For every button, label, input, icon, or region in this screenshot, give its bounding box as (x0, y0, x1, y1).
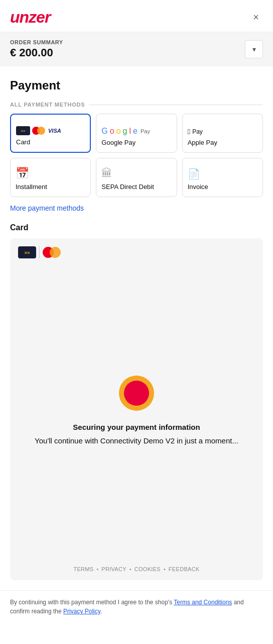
payment-method-invoice[interactable]: 📄 Invoice (182, 158, 263, 197)
privacy-policy-link[interactable]: Privacy Policy (63, 608, 100, 615)
payment-title: Payment (10, 78, 263, 93)
apple-pay-icons:  Pay (188, 127, 203, 136)
apple-pay-text-icon: Pay (192, 128, 203, 135)
loading-inner-dot (124, 381, 149, 406)
card-label: Card (16, 138, 30, 146)
card-icons: VISA (16, 126, 61, 135)
google-pay-label: Google Pay (101, 139, 135, 146)
connectivity-text: You'll continue with Connectivity Demo V… (35, 435, 238, 447)
loading-circle (119, 376, 154, 411)
installment-icons: 📅 (16, 167, 29, 180)
gpay-g2: g (123, 127, 127, 136)
consent-text-before: By continuing with this payment method I… (10, 599, 174, 606)
main-content: Payment ALL PAYMENT METHODS VISA Card Go… (0, 66, 273, 590)
order-summary-label: ORDER SUMMARY (10, 39, 63, 45)
invoice-icons: 📄 (188, 168, 200, 180)
footer-dot-3: • (164, 566, 166, 572)
card-brand-mastercard-icon (43, 246, 61, 258)
terms-link[interactable]: TERMS (73, 566, 93, 572)
payment-methods-label: ALL PAYMENT METHODS (10, 102, 263, 108)
payment-method-google-pay[interactable]: Google Pay Google Pay (96, 114, 177, 153)
gpay-o3: l (129, 127, 131, 136)
invoice-icon: 📄 (188, 168, 200, 180)
payment-method-sepa[interactable]: 🏛 SEPA Direct Debit (96, 158, 177, 197)
iframe-footer: TERMS • PRIVACY • COOKIES • FEEDBACK (18, 556, 255, 572)
payment-method-card[interactable]: VISA Card (10, 114, 91, 153)
brand-divider (39, 246, 40, 258)
bottom-consent: By continuing with this payment method I… (0, 590, 273, 626)
securing-text: Securing your payment information (73, 423, 200, 431)
header: unzer × (0, 0, 273, 32)
gpay-e: e (133, 127, 138, 136)
card-section-title: Card (10, 223, 263, 232)
visa-chip-icon (16, 126, 30, 135)
consent-text-after: . (100, 608, 102, 615)
google-pay-icons: Google Pay (101, 127, 150, 136)
loading-area: Securing your payment information You'll… (18, 266, 255, 556)
terms-and-conditions-link[interactable]: Terms and Conditions (174, 599, 232, 606)
card-iframe: Securing your payment information You'll… (10, 238, 263, 580)
cookies-link[interactable]: COOKIES (134, 566, 161, 572)
order-summary-bar: ORDER SUMMARY € 200.00 ▾ (0, 32, 273, 66)
gpay-pay: Pay (141, 128, 150, 134)
sepa-icons: 🏛 (101, 167, 112, 180)
visa-text-icon: VISA (48, 128, 61, 134)
payment-method-installment[interactable]: 📅 Installment (10, 158, 91, 197)
feedback-link[interactable]: FEEDBACK (169, 566, 200, 572)
footer-dot-2: • (129, 566, 131, 572)
installment-label: Installment (16, 183, 47, 191)
gpay-o1: o (110, 127, 114, 136)
mc-r (50, 247, 61, 258)
unzer-logo: unzer (10, 8, 50, 27)
card-brand-chip-icon (18, 246, 36, 258)
sepa-label: SEPA Direct Debit (101, 183, 154, 191)
card-brand-icons-row (18, 246, 255, 258)
close-button[interactable]: × (249, 10, 263, 25)
payment-methods-grid: VISA Card Google Pay Google Pay  Pay Ap… (10, 114, 263, 197)
apple-pay-label: Apple Pay (188, 139, 217, 146)
payment-method-apple-pay[interactable]:  Pay Apple Pay (182, 114, 263, 153)
order-summary-amount: € 200.00 (10, 46, 63, 59)
invoice-label: Invoice (188, 183, 208, 191)
more-payment-methods-link[interactable]: More payment methods (10, 204, 263, 212)
calendar-icon: 📅 (16, 167, 29, 180)
bank-icon: 🏛 (101, 167, 112, 180)
order-summary-content: ORDER SUMMARY € 200.00 (10, 39, 63, 59)
gpay-g: G (101, 127, 107, 136)
chevron-down-icon: ▾ (252, 45, 256, 53)
privacy-link[interactable]: PRIVACY (101, 566, 126, 572)
footer-dot-1: • (96, 566, 98, 572)
order-summary-toggle[interactable]: ▾ (245, 40, 263, 58)
gpay-o2: o (116, 127, 121, 136)
apple-icon:  (188, 127, 190, 136)
mastercard-icon (32, 126, 45, 135)
mc-right (37, 127, 45, 135)
